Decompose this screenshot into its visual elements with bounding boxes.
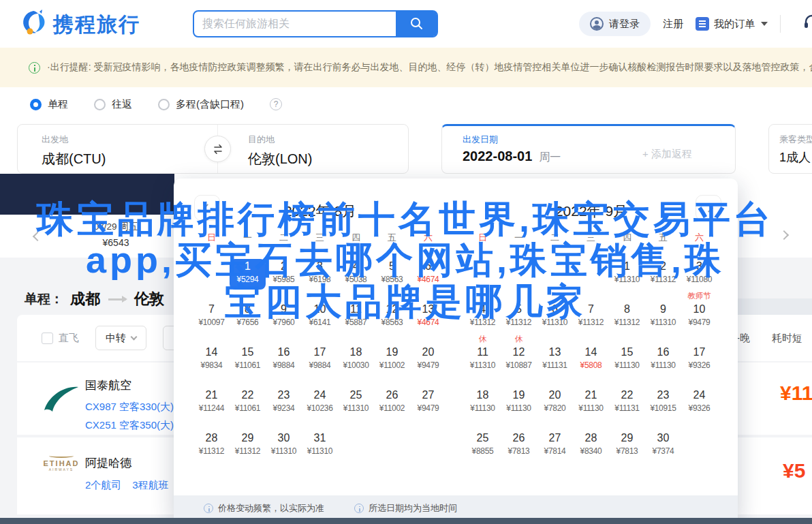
- flight-number-link[interactable]: CX251 空客350(大): [85, 419, 174, 432]
- date-tab[interactable]: 07/29 周五 ¥6543: [80, 221, 151, 248]
- calendar-day[interactable]: 4¥11312: [465, 291, 501, 334]
- calendar-day[interactable]: 15¥11061: [230, 334, 266, 377]
- my-orders-menu[interactable]: 我的订单: [696, 17, 768, 31]
- calendar-day[interactable]: 19¥11130: [501, 377, 537, 420]
- calendar-day[interactable]: 5¥8563: [374, 248, 410, 291]
- calendar-day[interactable]: 26¥11002: [374, 377, 410, 420]
- calendar-day[interactable]: 28¥8340: [573, 420, 609, 463]
- add-return-button[interactable]: + 添加返程: [642, 148, 692, 161]
- transfer-dropdown[interactable]: 中转: [95, 326, 146, 350]
- calendar-day[interactable]: 30¥7374: [645, 420, 681, 463]
- calendar-day[interactable]: 22¥11131: [609, 377, 645, 420]
- sort-by-duration[interactable]: 耗时短: [772, 332, 802, 345]
- calendar-day[interactable]: 9¥7960: [266, 291, 302, 334]
- calendar-day[interactable]: 7¥11312: [573, 291, 609, 334]
- calendar-day[interactable]: 14¥9834: [193, 334, 230, 377]
- arrival-city-field[interactable]: 目的地 伦敦(LON): [248, 134, 312, 168]
- calendar-day[interactable]: 25¥8855: [465, 420, 501, 463]
- day-price: ¥10236: [302, 403, 338, 413]
- calendar-day[interactable]: 8¥11312: [609, 291, 645, 334]
- day-price: ¥5038: [338, 275, 374, 284]
- register-link[interactable]: 注册: [663, 18, 683, 31]
- calendar-day[interactable]: 5¥11312: [501, 291, 537, 334]
- calendar-day[interactable]: 20¥9479: [410, 334, 446, 377]
- calendar-day[interactable]: 29¥7813: [609, 420, 645, 463]
- search-button[interactable]: [396, 12, 437, 36]
- calendar-day[interactable]: 12¥8563: [374, 291, 410, 334]
- strip-prev-button[interactable]: [34, 230, 41, 243]
- calendar-day[interactable]: 16¥11130: [645, 334, 681, 377]
- calendar-day[interactable]: 教师节10¥9479: [681, 291, 717, 334]
- calendar-day[interactable]: 3¥11080: [681, 248, 717, 291]
- calendar-day[interactable]: 20¥7820: [537, 377, 573, 420]
- calendar-day[interactable]: 26¥7813: [501, 420, 537, 463]
- passenger-field[interactable]: 乘客类型 1成人: [768, 124, 812, 174]
- calendar-day[interactable]: 22¥11061: [230, 377, 266, 420]
- calendar-day[interactable]: 1¥5294: [230, 248, 266, 291]
- calendar-day[interactable]: 30¥11310: [266, 420, 302, 463]
- radio-multi-city[interactable]: 多程(含缺口程): [158, 98, 244, 111]
- day-price: ¥11080: [681, 275, 717, 284]
- flight-number-link[interactable]: CX987 空客330(大): [85, 401, 174, 414]
- calendar-day[interactable]: 13¥4674: [410, 291, 446, 334]
- calendar-day[interactable]: 1¥11310: [609, 248, 645, 291]
- airlines-count-link[interactable]: 2个航司: [85, 479, 121, 492]
- login-button[interactable]: 请登录: [579, 12, 651, 36]
- customer-service-icon[interactable]: [802, 13, 812, 35]
- calendar-day[interactable]: 28¥11312: [193, 420, 230, 463]
- search-input[interactable]: [194, 12, 396, 36]
- calendar-day[interactable]: 19¥11002: [374, 334, 410, 377]
- day-tile: 17¥9326: [681, 345, 717, 375]
- calendar-day[interactable]: 29¥11312: [230, 420, 266, 463]
- day-number: 4: [338, 260, 374, 275]
- calendar-day[interactable]: 6¥11310: [537, 291, 573, 334]
- calendar-day[interactable]: 27¥9479: [410, 377, 446, 420]
- calendar-day[interactable]: 11¥5887: [338, 291, 374, 334]
- calendar-day[interactable]: 31¥11310: [302, 420, 338, 463]
- day-price: ¥8340: [573, 446, 609, 456]
- strip-next-button[interactable]: [781, 229, 787, 241]
- departure-city-field[interactable]: 出发地 成都(CTU): [42, 134, 106, 168]
- calendar-day[interactable]: 17¥9884: [302, 334, 338, 377]
- calendar-day[interactable]: 4¥5038: [338, 248, 374, 291]
- calendar-day[interactable]: 10¥6141: [302, 291, 338, 334]
- calendar-day[interactable]: 27¥7814: [537, 420, 573, 463]
- segments-link[interactable]: 3程航班: [132, 479, 168, 492]
- calendar-day[interactable]: 8¥7656: [230, 291, 266, 334]
- day-number: 10: [681, 303, 717, 318]
- calendar-day[interactable]: 休12¥10887: [501, 334, 537, 377]
- day-price: ¥11312: [193, 446, 230, 456]
- calendar-day[interactable]: 休11¥11310: [465, 334, 501, 377]
- day-tile: 7¥10097: [193, 302, 230, 333]
- calendar-day[interactable]: 7¥10097: [193, 291, 230, 334]
- calendar-day[interactable]: 2¥5985: [266, 248, 302, 291]
- calendar-day[interactable]: 21¥11130: [573, 377, 609, 420]
- calendar-day[interactable]: 14¥5808: [573, 334, 609, 377]
- day-number: 15: [230, 346, 266, 360]
- day-tile: 12¥10887: [501, 345, 537, 375]
- swap-cities-button[interactable]: [204, 136, 231, 162]
- calendar-day[interactable]: 3¥6198: [302, 248, 338, 291]
- calendar-day[interactable]: 24¥10236: [302, 377, 338, 420]
- calendar-day[interactable]: 2¥11312: [645, 248, 681, 291]
- calendar-day[interactable]: 18¥10030: [338, 334, 374, 377]
- radio-one-way[interactable]: 单程: [30, 98, 68, 111]
- direct-flight-checkbox[interactable]: 直飞: [42, 332, 79, 345]
- calendar-day[interactable]: 13¥11131: [537, 334, 573, 377]
- ctrip-logo[interactable]: 携程旅行: [19, 9, 140, 40]
- day-tile: 11¥11310: [465, 345, 501, 375]
- departure-date-field[interactable]: 出发日期 2022-08-01周一 + 添加返程: [441, 124, 736, 174]
- help-icon[interactable]: ?: [270, 98, 282, 110]
- calendar-day[interactable]: 23¥9234: [266, 377, 302, 420]
- calendar-day[interactable]: 25¥11310: [338, 377, 374, 420]
- radio-round-trip[interactable]: 往返: [94, 98, 132, 111]
- calendar-day[interactable]: 9¥11310: [645, 291, 681, 334]
- calendar-day[interactable]: 16¥9884: [266, 334, 302, 377]
- calendar-day[interactable]: 21¥11244: [193, 377, 230, 420]
- calendar-day[interactable]: 23¥10915: [645, 377, 681, 420]
- calendar-day[interactable]: 17¥9326: [681, 334, 717, 377]
- calendar-day[interactable]: 15¥11130: [609, 334, 645, 377]
- calendar-day[interactable]: 18¥11130: [465, 377, 501, 420]
- calendar-day[interactable]: 24¥9326: [681, 377, 717, 420]
- calendar-day[interactable]: 6¥4674: [410, 248, 446, 291]
